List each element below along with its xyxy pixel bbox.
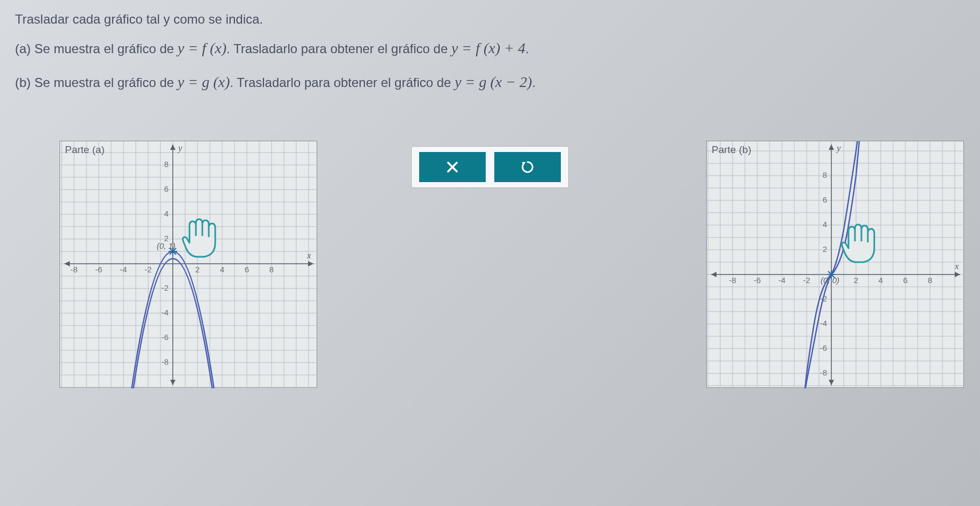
svg-text:2: 2	[823, 244, 827, 254]
svg-text:-2: -2	[803, 276, 810, 285]
svg-marker-44	[64, 261, 70, 266]
panel-b-title: Parte (b)	[712, 144, 751, 156]
svg-text:y: y	[836, 143, 841, 153]
svg-marker-113	[955, 272, 960, 277]
graph-b[interactable]: -8 -6 -4 -2 2 4 6 8 8 6 4 2 -2 -4 -6 -8 …	[707, 141, 964, 388]
svg-text:-8: -8	[162, 357, 169, 366]
svg-marker-114	[711, 272, 716, 277]
svg-text:-8: -8	[820, 368, 827, 377]
svg-text:y: y	[177, 143, 182, 153]
svg-marker-45	[170, 144, 175, 150]
svg-text:4: 4	[879, 276, 883, 285]
svg-text:8: 8	[269, 265, 274, 274]
svg-marker-116	[829, 380, 834, 385]
svg-text:-4: -4	[162, 308, 169, 317]
svg-text:2: 2	[854, 276, 858, 285]
svg-text:-2: -2	[144, 265, 151, 274]
svg-text:2: 2	[195, 265, 200, 274]
panel-a: Parte (a)	[60, 141, 317, 388]
action-buttons	[411, 146, 569, 188]
point-label-b: (0, 0)	[821, 276, 839, 285]
reset-icon	[520, 160, 535, 175]
svg-text:8: 8	[823, 170, 827, 179]
svg-text:4: 4	[164, 209, 169, 218]
svg-text:8: 8	[164, 160, 169, 169]
close-icon	[445, 160, 460, 175]
grab-hand-icon	[842, 225, 874, 262]
svg-text:-6: -6	[754, 276, 760, 285]
part-a-text: (a) Se muestra el gráfico de y = f (x). …	[15, 37, 965, 61]
svg-text:-2: -2	[162, 283, 169, 292]
reset-button[interactable]	[494, 152, 561, 182]
close-button[interactable]	[419, 152, 486, 182]
svg-marker-43	[308, 261, 313, 266]
svg-text:x: x	[954, 261, 959, 271]
panel-a-title: Parte (a)	[65, 144, 105, 156]
svg-text:-6: -6	[820, 343, 827, 352]
svg-text:6: 6	[903, 276, 908, 285]
part-b-text: (b) Se muestra el gráfico de y = g (x). …	[15, 70, 965, 95]
svg-text:-4: -4	[778, 276, 785, 285]
svg-text:4: 4	[823, 220, 827, 229]
svg-text:6: 6	[245, 265, 249, 274]
svg-text:-6: -6	[162, 332, 169, 342]
grab-hand-icon	[183, 219, 215, 257]
svg-text:4: 4	[220, 265, 224, 274]
graph-a[interactable]: -8 -6 -4 -2 2 4 6 8 8 6 4 2 -2 -4 -6 -8 …	[60, 141, 318, 388]
svg-text:x: x	[306, 250, 311, 261]
svg-text:6: 6	[823, 195, 827, 204]
main-instruction: Trasladar cada gráfico tal y como se ind…	[15, 12, 965, 27]
svg-text:-6: -6	[95, 265, 102, 274]
point-label-a: (0, 1)	[157, 241, 175, 250]
svg-text:-8: -8	[70, 265, 77, 274]
svg-text:6: 6	[164, 184, 169, 193]
svg-text:8: 8	[928, 276, 932, 285]
svg-text:-4: -4	[820, 319, 827, 328]
svg-marker-46	[170, 380, 175, 385]
svg-text:-4: -4	[120, 265, 127, 274]
svg-text:-8: -8	[729, 276, 736, 285]
svg-marker-115	[829, 144, 834, 150]
panel-b: Parte (b)	[706, 141, 964, 388]
